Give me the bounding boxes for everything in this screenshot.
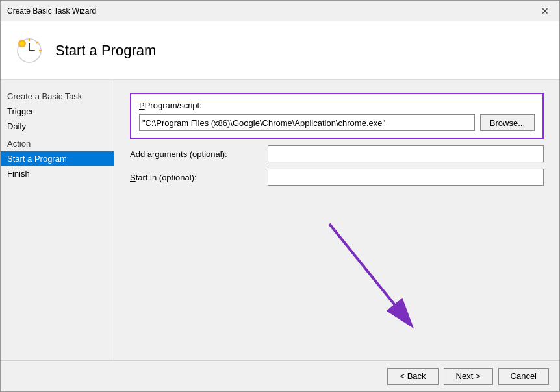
- page-title: Start a Program: [55, 42, 156, 59]
- svg-line-10: [329, 224, 411, 325]
- cancel-button[interactable]: Cancel: [498, 368, 549, 385]
- form-section: PProgram/script: Browse... Add arguments…: [130, 93, 544, 186]
- sidebar-item-trigger[interactable]: Trigger: [1, 104, 114, 119]
- program-script-input[interactable]: [139, 114, 475, 131]
- clock-icon: [16, 37, 43, 64]
- close-button[interactable]: ✕: [537, 3, 553, 19]
- add-arguments-label: Add arguments (optional):: [130, 149, 260, 159]
- sidebar-item-finish[interactable]: Finish: [1, 166, 114, 181]
- svg-point-8: [20, 41, 25, 45]
- program-script-label: PProgram/script:: [139, 101, 535, 110]
- back-button[interactable]: < Back: [387, 368, 438, 385]
- sidebar-item-daily[interactable]: Daily: [1, 119, 114, 134]
- sidebar-item-start-a-program[interactable]: Start a Program: [1, 151, 114, 166]
- program-script-group: PProgram/script: Browse...: [130, 93, 544, 139]
- header-icon: [14, 35, 45, 66]
- next-button[interactable]: Next >: [444, 368, 493, 385]
- add-arguments-input[interactable]: [268, 145, 544, 162]
- arrow-annotation: [310, 204, 440, 347]
- footer: < Back Next > Cancel: [1, 360, 559, 391]
- start-in-input[interactable]: [268, 169, 544, 186]
- dialog: Create Basic Task Wizard ✕ Start a Pro: [0, 0, 560, 392]
- dialog-title: Create Basic Task Wizard: [7, 6, 96, 16]
- title-bar-left: Create Basic Task Wizard: [7, 6, 96, 16]
- sidebar: Create a Basic Task Trigger Daily Action…: [1, 80, 114, 360]
- sidebar-item-action[interactable]: Action: [1, 134, 114, 151]
- content-area: Create a Basic Task Trigger Daily Action…: [1, 80, 559, 360]
- program-script-row: Browse...: [139, 114, 535, 131]
- sidebar-item-create-basic-task[interactable]: Create a Basic Task: [1, 86, 114, 104]
- title-bar: Create Basic Task Wizard ✕: [1, 1, 559, 21]
- header-area: Start a Program: [1, 21, 559, 80]
- add-arguments-row: Add arguments (optional):: [130, 145, 544, 162]
- browse-button[interactable]: Browse...: [480, 114, 535, 131]
- start-in-row: Start in (optional):: [130, 169, 544, 186]
- start-in-label: Start in (optional):: [130, 173, 260, 182]
- arrow-area: [130, 195, 544, 347]
- main-content: PProgram/script: Browse... Add arguments…: [114, 80, 559, 360]
